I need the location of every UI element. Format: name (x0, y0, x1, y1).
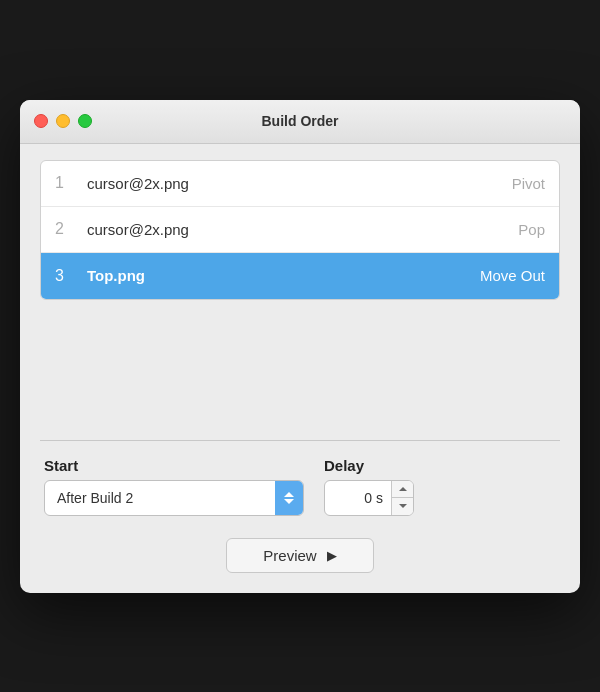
delay-value: 0 s (325, 490, 391, 506)
delay-stepper[interactable] (391, 481, 413, 515)
row-filename: cursor@2x.png (87, 221, 518, 238)
bottom-section: Start After Build 2 Delay 0 s (40, 457, 560, 573)
delay-input[interactable]: 0 s (324, 480, 414, 516)
traffic-lights (34, 114, 92, 128)
delay-down-icon (399, 504, 407, 508)
start-group: Start After Build 2 (44, 457, 304, 516)
play-icon: ▶ (327, 548, 337, 563)
main-content: 1 cursor@2x.png Pivot 2 cursor@2x.png Po… (20, 144, 580, 593)
row-number: 2 (55, 220, 87, 238)
start-up-arrow-icon (284, 492, 294, 497)
table-row-selected[interactable]: 3 Top.png Move Out (41, 253, 559, 299)
window-title: Build Order (261, 113, 338, 129)
row-filename: Top.png (87, 267, 480, 284)
preview-button[interactable]: Preview ▶ (226, 538, 373, 573)
start-stepper[interactable] (275, 481, 303, 515)
close-button[interactable] (34, 114, 48, 128)
preview-label: Preview (263, 547, 316, 564)
empty-area (40, 320, 560, 440)
preview-row: Preview ▶ (44, 534, 556, 573)
delay-label: Delay (324, 457, 414, 474)
start-select[interactable]: After Build 2 (44, 480, 304, 516)
minimize-button[interactable] (56, 114, 70, 128)
table-row[interactable]: 1 cursor@2x.png Pivot (41, 161, 559, 207)
delay-group: Delay 0 s (324, 457, 414, 516)
row-action: Pop (518, 221, 545, 238)
start-label: Start (44, 457, 304, 474)
delay-down-button[interactable] (392, 498, 413, 515)
table-row[interactable]: 2 cursor@2x.png Pop (41, 207, 559, 253)
delay-up-icon (399, 487, 407, 491)
controls-row: Start After Build 2 Delay 0 s (44, 457, 556, 516)
row-number: 1 (55, 174, 87, 192)
row-filename: cursor@2x.png (87, 175, 512, 192)
start-down-arrow-icon (284, 499, 294, 504)
delay-up-button[interactable] (392, 481, 413, 499)
row-action: Pivot (512, 175, 545, 192)
start-value: After Build 2 (45, 490, 275, 506)
titlebar: Build Order (20, 100, 580, 144)
maximize-button[interactable] (78, 114, 92, 128)
window: Build Order 1 cursor@2x.png Pivot 2 curs… (20, 100, 580, 593)
row-number: 3 (55, 267, 87, 285)
divider (40, 440, 560, 441)
row-action: Move Out (480, 267, 545, 284)
build-order-list: 1 cursor@2x.png Pivot 2 cursor@2x.png Po… (40, 160, 560, 300)
